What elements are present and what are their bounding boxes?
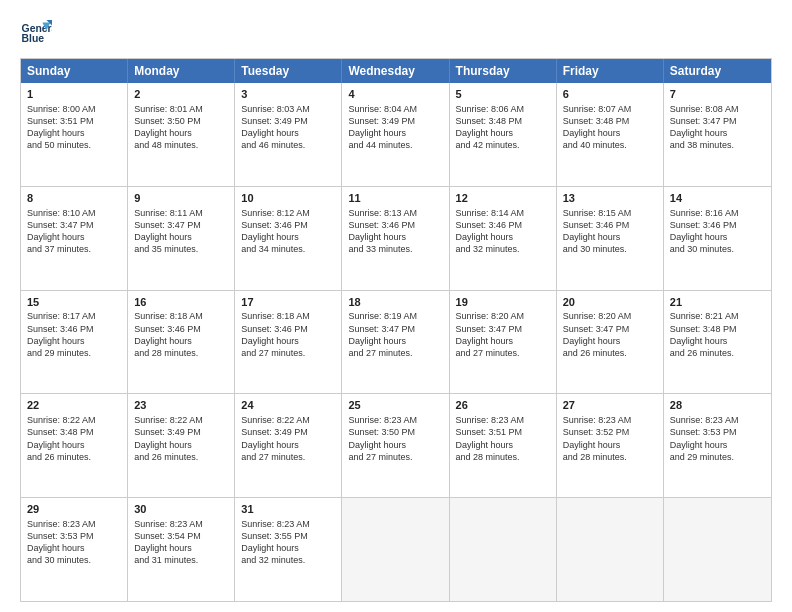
cal-cell: 13Sunrise: 8:15 AMSunset: 3:46 PMDayligh… — [557, 187, 664, 290]
day-info: Sunrise: 8:23 AMSunset: 3:52 PMDaylight … — [563, 414, 657, 463]
day-number: 28 — [670, 398, 765, 413]
day-number: 4 — [348, 87, 442, 102]
day-number: 13 — [563, 191, 657, 206]
day-info: Sunrise: 8:10 AMSunset: 3:47 PMDaylight … — [27, 207, 121, 256]
day-info: Sunrise: 8:13 AMSunset: 3:46 PMDaylight … — [348, 207, 442, 256]
cal-cell: 16Sunrise: 8:18 AMSunset: 3:46 PMDayligh… — [128, 291, 235, 394]
cal-cell: 2Sunrise: 8:01 AMSunset: 3:50 PMDaylight… — [128, 83, 235, 186]
day-number: 22 — [27, 398, 121, 413]
cal-cell: 22Sunrise: 8:22 AMSunset: 3:48 PMDayligh… — [21, 394, 128, 497]
cal-cell: 31Sunrise: 8:23 AMSunset: 3:55 PMDayligh… — [235, 498, 342, 601]
day-number: 2 — [134, 87, 228, 102]
day-info: Sunrise: 8:00 AMSunset: 3:51 PMDaylight … — [27, 103, 121, 152]
day-number: 29 — [27, 502, 121, 517]
cal-row-4: 22Sunrise: 8:22 AMSunset: 3:48 PMDayligh… — [21, 393, 771, 497]
cal-cell: 30Sunrise: 8:23 AMSunset: 3:54 PMDayligh… — [128, 498, 235, 601]
day-info: Sunrise: 8:23 AMSunset: 3:50 PMDaylight … — [348, 414, 442, 463]
day-number: 7 — [670, 87, 765, 102]
day-info: Sunrise: 8:03 AMSunset: 3:49 PMDaylight … — [241, 103, 335, 152]
cal-cell: 12Sunrise: 8:14 AMSunset: 3:46 PMDayligh… — [450, 187, 557, 290]
cal-row-5: 29Sunrise: 8:23 AMSunset: 3:53 PMDayligh… — [21, 497, 771, 601]
cal-cell: 6Sunrise: 8:07 AMSunset: 3:48 PMDaylight… — [557, 83, 664, 186]
day-info: Sunrise: 8:22 AMSunset: 3:49 PMDaylight … — [134, 414, 228, 463]
cal-cell: 25Sunrise: 8:23 AMSunset: 3:50 PMDayligh… — [342, 394, 449, 497]
day-number: 16 — [134, 295, 228, 310]
day-info: Sunrise: 8:23 AMSunset: 3:53 PMDaylight … — [670, 414, 765, 463]
cal-cell: 9Sunrise: 8:11 AMSunset: 3:47 PMDaylight… — [128, 187, 235, 290]
day-number: 5 — [456, 87, 550, 102]
day-number: 14 — [670, 191, 765, 206]
cal-cell: 18Sunrise: 8:19 AMSunset: 3:47 PMDayligh… — [342, 291, 449, 394]
day-info: Sunrise: 8:04 AMSunset: 3:49 PMDaylight … — [348, 103, 442, 152]
logo-icon: General Blue — [20, 16, 52, 48]
cal-row-2: 8Sunrise: 8:10 AMSunset: 3:47 PMDaylight… — [21, 186, 771, 290]
day-number: 30 — [134, 502, 228, 517]
header: General Blue — [20, 16, 772, 48]
day-info: Sunrise: 8:20 AMSunset: 3:47 PMDaylight … — [563, 310, 657, 359]
day-number: 9 — [134, 191, 228, 206]
day-info: Sunrise: 8:20 AMSunset: 3:47 PMDaylight … — [456, 310, 550, 359]
cal-cell: 23Sunrise: 8:22 AMSunset: 3:49 PMDayligh… — [128, 394, 235, 497]
header-day-sunday: Sunday — [21, 59, 128, 83]
day-number: 23 — [134, 398, 228, 413]
header-day-saturday: Saturday — [664, 59, 771, 83]
cal-row-1: 1Sunrise: 8:00 AMSunset: 3:51 PMDaylight… — [21, 83, 771, 186]
day-info: Sunrise: 8:22 AMSunset: 3:49 PMDaylight … — [241, 414, 335, 463]
header-day-friday: Friday — [557, 59, 664, 83]
day-info: Sunrise: 8:07 AMSunset: 3:48 PMDaylight … — [563, 103, 657, 152]
cal-cell — [450, 498, 557, 601]
svg-text:Blue: Blue — [22, 33, 45, 44]
day-info: Sunrise: 8:23 AMSunset: 3:55 PMDaylight … — [241, 518, 335, 567]
day-number: 19 — [456, 295, 550, 310]
cal-cell: 7Sunrise: 8:08 AMSunset: 3:47 PMDaylight… — [664, 83, 771, 186]
day-info: Sunrise: 8:19 AMSunset: 3:47 PMDaylight … — [348, 310, 442, 359]
day-number: 31 — [241, 502, 335, 517]
cal-cell: 8Sunrise: 8:10 AMSunset: 3:47 PMDaylight… — [21, 187, 128, 290]
day-number: 20 — [563, 295, 657, 310]
day-number: 27 — [563, 398, 657, 413]
cal-row-3: 15Sunrise: 8:17 AMSunset: 3:46 PMDayligh… — [21, 290, 771, 394]
day-number: 21 — [670, 295, 765, 310]
cal-cell: 14Sunrise: 8:16 AMSunset: 3:46 PMDayligh… — [664, 187, 771, 290]
cal-cell — [557, 498, 664, 601]
day-number: 8 — [27, 191, 121, 206]
cal-cell — [664, 498, 771, 601]
day-info: Sunrise: 8:23 AMSunset: 3:51 PMDaylight … — [456, 414, 550, 463]
day-number: 6 — [563, 87, 657, 102]
day-number: 15 — [27, 295, 121, 310]
day-number: 10 — [241, 191, 335, 206]
cal-cell: 17Sunrise: 8:18 AMSunset: 3:46 PMDayligh… — [235, 291, 342, 394]
cal-cell: 10Sunrise: 8:12 AMSunset: 3:46 PMDayligh… — [235, 187, 342, 290]
day-info: Sunrise: 8:06 AMSunset: 3:48 PMDaylight … — [456, 103, 550, 152]
day-info: Sunrise: 8:18 AMSunset: 3:46 PMDaylight … — [134, 310, 228, 359]
cal-cell: 5Sunrise: 8:06 AMSunset: 3:48 PMDaylight… — [450, 83, 557, 186]
cal-cell: 28Sunrise: 8:23 AMSunset: 3:53 PMDayligh… — [664, 394, 771, 497]
page: General Blue SundayMondayTuesdayWednesda… — [0, 0, 792, 612]
cal-cell: 29Sunrise: 8:23 AMSunset: 3:53 PMDayligh… — [21, 498, 128, 601]
calendar-body: 1Sunrise: 8:00 AMSunset: 3:51 PMDaylight… — [21, 83, 771, 601]
cal-cell: 24Sunrise: 8:22 AMSunset: 3:49 PMDayligh… — [235, 394, 342, 497]
cal-cell: 1Sunrise: 8:00 AMSunset: 3:51 PMDaylight… — [21, 83, 128, 186]
day-number: 12 — [456, 191, 550, 206]
calendar-header: SundayMondayTuesdayWednesdayThursdayFrid… — [21, 59, 771, 83]
day-number: 3 — [241, 87, 335, 102]
cal-cell: 3Sunrise: 8:03 AMSunset: 3:49 PMDaylight… — [235, 83, 342, 186]
day-number: 24 — [241, 398, 335, 413]
cal-cell: 4Sunrise: 8:04 AMSunset: 3:49 PMDaylight… — [342, 83, 449, 186]
day-number: 17 — [241, 295, 335, 310]
cal-cell: 21Sunrise: 8:21 AMSunset: 3:48 PMDayligh… — [664, 291, 771, 394]
day-info: Sunrise: 8:12 AMSunset: 3:46 PMDaylight … — [241, 207, 335, 256]
cal-cell — [342, 498, 449, 601]
day-info: Sunrise: 8:18 AMSunset: 3:46 PMDaylight … — [241, 310, 335, 359]
day-info: Sunrise: 8:11 AMSunset: 3:47 PMDaylight … — [134, 207, 228, 256]
day-info: Sunrise: 8:14 AMSunset: 3:46 PMDaylight … — [456, 207, 550, 256]
day-info: Sunrise: 8:22 AMSunset: 3:48 PMDaylight … — [27, 414, 121, 463]
cal-cell: 11Sunrise: 8:13 AMSunset: 3:46 PMDayligh… — [342, 187, 449, 290]
calendar: SundayMondayTuesdayWednesdayThursdayFrid… — [20, 58, 772, 602]
day-info: Sunrise: 8:16 AMSunset: 3:46 PMDaylight … — [670, 207, 765, 256]
header-day-tuesday: Tuesday — [235, 59, 342, 83]
day-info: Sunrise: 8:08 AMSunset: 3:47 PMDaylight … — [670, 103, 765, 152]
cal-cell: 15Sunrise: 8:17 AMSunset: 3:46 PMDayligh… — [21, 291, 128, 394]
day-info: Sunrise: 8:21 AMSunset: 3:48 PMDaylight … — [670, 310, 765, 359]
day-number: 1 — [27, 87, 121, 102]
